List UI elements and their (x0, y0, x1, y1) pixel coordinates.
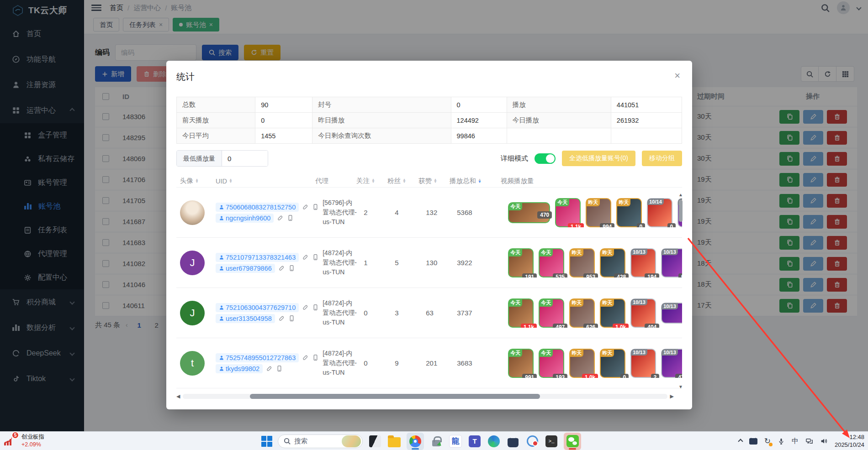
user-avatar[interactable] (837, 1, 850, 14)
select-low-play-button[interactable]: 全选低播放量账号(0) (562, 151, 635, 166)
edit-button[interactable] (803, 152, 823, 166)
code-input[interactable] (115, 44, 196, 61)
taskbar-app-bw[interactable] (368, 434, 382, 448)
taskbar-chrome[interactable] (407, 433, 424, 450)
video-thumb[interactable]: 10/13404 (630, 298, 656, 328)
sidebar-item-deepseek[interactable]: DeepSeek (0, 340, 84, 366)
video-thumb[interactable]: 10/140 (647, 198, 672, 227)
taskbar-vpn-app[interactable] (429, 434, 443, 448)
row-checkbox[interactable] (102, 176, 109, 183)
sort-icon[interactable]: ▲▼ (371, 179, 375, 183)
phone-icon[interactable] (312, 304, 319, 311)
copy-button[interactable] (779, 236, 799, 250)
taskbar-file-explorer[interactable] (387, 434, 401, 448)
scroll-up-icon[interactable]: ▲ (678, 192, 683, 197)
phone-icon[interactable] (312, 354, 319, 361)
clock[interactable]: 12:48 2025/10/24 (835, 434, 864, 449)
sort-icon[interactable]: ▲▼ (434, 179, 437, 183)
video-thumb[interactable]: 昨天0 (616, 198, 642, 227)
link-icon[interactable] (278, 315, 285, 322)
scrollbar-thumb[interactable] (250, 394, 540, 399)
delete-row-button[interactable] (827, 278, 847, 292)
ime-indicator[interactable]: 中 (792, 437, 799, 445)
move-group-button[interactable]: 移动分组 (642, 151, 682, 166)
row-checkbox[interactable] (102, 302, 109, 309)
edit-button[interactable] (803, 299, 823, 313)
tab-home[interactable]: 首页 (93, 18, 119, 31)
scrollbar-thumb[interactable] (679, 200, 683, 222)
edit-button[interactable] (803, 131, 823, 145)
video-thumb[interactable]: 今天1.1k (508, 298, 534, 328)
sidebar-item-task-list[interactable]: 任务列表 (0, 218, 84, 242)
username-badge[interactable]: tkyds99802 (216, 364, 263, 373)
taskbar-search[interactable]: 搜索 (278, 434, 363, 448)
copy-button[interactable] (779, 152, 799, 166)
delete-row-button[interactable] (827, 257, 847, 271)
link-icon[interactable] (302, 254, 309, 261)
link-icon[interactable] (278, 265, 285, 272)
video-thumb[interactable]: 昨天1.0k (600, 298, 625, 328)
uid-badge[interactable]: 7521079713378321463 (216, 253, 299, 262)
delete-row-button[interactable] (827, 236, 847, 250)
edit-button[interactable] (803, 110, 823, 124)
search-button[interactable]: 搜索 (202, 45, 238, 60)
tray-sync-icon[interactable]: ↻ (764, 436, 771, 446)
copy-button[interactable] (779, 173, 799, 187)
delete-row-button[interactable] (827, 110, 847, 124)
taskbar-wechat[interactable] (564, 433, 581, 450)
uid-badge[interactable]: 7521063004377629710 (216, 303, 299, 312)
row-checkbox[interactable] (102, 218, 109, 225)
table-columns-button[interactable] (836, 66, 854, 82)
row-checkbox[interactable] (102, 239, 109, 246)
sidebar-item-account-management[interactable]: 账号管理 (0, 171, 84, 194)
taskbar-chat-app[interactable] (525, 434, 539, 448)
start-button[interactable] (261, 436, 272, 447)
reset-button[interactable]: 重置 (244, 45, 281, 60)
copy-button[interactable] (779, 194, 799, 208)
row-checkbox[interactable] (102, 134, 109, 141)
close-icon[interactable]: × (159, 21, 163, 28)
link-icon[interactable] (266, 365, 273, 372)
edit-button[interactable] (803, 173, 823, 187)
delete-row-button[interactable] (827, 173, 847, 187)
vertical-scrollbar[interactable]: ▲ ▼ (677, 192, 684, 389)
username-badge[interactable]: ngcngsinh9600 (216, 214, 274, 223)
search-icon[interactable] (821, 4, 830, 12)
phone-icon[interactable] (288, 265, 295, 272)
tray-expand-icon[interactable] (739, 440, 742, 443)
row-checkbox[interactable] (102, 197, 109, 204)
link-icon[interactable] (302, 354, 309, 361)
network-icon[interactable] (805, 437, 813, 445)
video-thumb[interactable]: 昨天953 (569, 248, 595, 277)
taskbar-art-app[interactable]: 龍 (449, 434, 462, 448)
delete-row-button[interactable] (827, 215, 847, 229)
phone-icon[interactable] (287, 215, 294, 221)
page-1-button[interactable]: 1 (133, 319, 145, 331)
microphone-icon[interactable] (778, 438, 785, 445)
sort-icon[interactable]: ▲▼ (229, 179, 233, 183)
copy-button[interactable] (779, 215, 799, 229)
close-icon[interactable]: × (674, 71, 680, 81)
tab-task-list[interactable]: 任务列表 × (123, 18, 169, 31)
delete-row-button[interactable] (827, 152, 847, 166)
phone-icon[interactable] (312, 254, 319, 261)
speaker-icon[interactable] (820, 437, 828, 445)
scroll-left-icon[interactable]: ◀ (176, 393, 180, 399)
copy-button[interactable] (779, 299, 799, 313)
video-thumb[interactable]: 今天193 (539, 349, 564, 378)
copy-button[interactable] (779, 131, 799, 145)
prev-page-button[interactable]: ‹ (126, 321, 128, 329)
username-badge[interactable]: user313504958 (216, 314, 275, 323)
copy-button[interactable] (779, 278, 799, 292)
video-thumb[interactable]: 昨天994 (586, 198, 611, 227)
phone-icon[interactable] (288, 315, 295, 322)
username-badge[interactable]: user679879866 (216, 264, 275, 273)
phone-icon[interactable] (312, 204, 319, 210)
sidebar-item-register-resource[interactable]: 注册资源 (0, 72, 84, 98)
min-play-input[interactable] (222, 151, 268, 166)
chevron-down-icon[interactable] (856, 5, 861, 10)
sidebar-item-private-cloud[interactable]: 私有云储存 (0, 147, 84, 171)
edit-button[interactable] (803, 215, 823, 229)
link-icon[interactable] (302, 204, 309, 210)
search-highlight-image[interactable] (342, 435, 361, 447)
